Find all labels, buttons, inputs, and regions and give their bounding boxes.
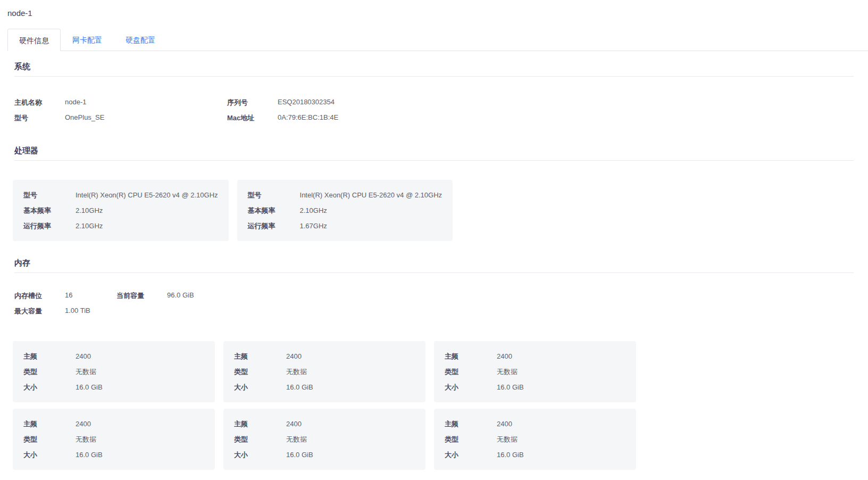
mem-type-row: 类型无数据 <box>23 432 204 447</box>
field-value: 无数据 <box>76 432 96 447</box>
mem-freq-row: 主频2400 <box>23 349 204 364</box>
hardware-info-panel: 系统 主机名称node-1 序列号ESQ20180302354 型号OnePlu… <box>0 61 868 480</box>
field-label: 型号 <box>248 187 300 203</box>
mem-size-row: 大小16.0 GiB <box>234 447 415 462</box>
processor-cards: 型号Intel(R) Xeon(R) CPU E5-2620 v4 @ 2.10… <box>13 180 636 241</box>
memory-card: 主频2400 类型无数据 大小16.0 GiB <box>13 341 215 402</box>
section-title-system: 系统 <box>14 61 854 72</box>
field-label: 主频 <box>234 349 286 364</box>
tab-bar: 硬件信息 网卡配置 硬盘配置 <box>7 28 868 51</box>
mem-type-row: 类型无数据 <box>234 432 415 447</box>
section-head-system: 系统 <box>14 61 854 77</box>
field-value: 2400 <box>76 349 91 364</box>
memory-cards: 主频2400 类型无数据 大小16.0 GiB 主频2400 类型无数据 大小1… <box>13 341 636 470</box>
field-label: 主频 <box>445 349 497 364</box>
field-serial-number: 序列号ESQ20180302354 <box>227 98 440 113</box>
page-title: node-1 <box>7 9 868 18</box>
mem-size-row: 大小16.0 GiB <box>234 379 415 395</box>
field-label: Mac地址 <box>227 113 278 123</box>
field-label: 型号 <box>23 187 76 203</box>
field-value: 16.0 GiB <box>497 447 524 462</box>
mem-type-row: 类型无数据 <box>445 364 625 379</box>
field-label: 大小 <box>234 447 286 462</box>
mem-type-row: 类型无数据 <box>23 364 204 379</box>
cpu-base-freq-row: 基本频率2.10GHz <box>248 203 443 218</box>
field-label: 基本频率 <box>23 203 76 218</box>
mem-freq-row: 主频2400 <box>234 416 415 432</box>
cpu-base-freq-row: 基本频率2.10GHz <box>23 203 218 218</box>
field-value: 无数据 <box>497 432 518 447</box>
field-value: 16 <box>65 291 116 299</box>
field-label: 主频 <box>445 416 497 432</box>
field-label: 主频 <box>23 416 76 432</box>
field-label: 大小 <box>234 379 286 395</box>
field-label: 最大容量 <box>14 307 65 316</box>
field-label: 运行频率 <box>23 218 76 234</box>
memory-summary: 内存槽位16 当前容量96.0 GiB 最大容量1.00 TiB <box>14 291 222 322</box>
cpu-card: 型号Intel(R) Xeon(R) CPU E5-2620 v4 @ 2.10… <box>13 180 229 241</box>
field-label: 运行频率 <box>248 218 300 234</box>
field-label: 类型 <box>23 364 76 379</box>
system-fields: 主机名称node-1 序列号ESQ20180302354 型号OnePlus_S… <box>14 98 854 129</box>
memory-card: 主频2400 类型无数据 大小16.0 GiB <box>223 409 425 470</box>
tab-hardware-info[interactable]: 硬件信息 <box>7 29 61 51</box>
field-value: ESQ20180302354 <box>278 98 437 106</box>
field-label: 类型 <box>445 432 497 447</box>
field-label: 类型 <box>234 432 286 447</box>
mem-freq-row: 主频2400 <box>445 349 625 364</box>
field-value: 96.0 GiB <box>167 291 218 299</box>
section-head-memory: 内存 <box>14 257 854 273</box>
field-value: 2.10GHz <box>76 218 103 234</box>
field-label: 序列号 <box>227 98 278 107</box>
field-label: 主频 <box>234 416 286 432</box>
memory-card: 主频2400 类型无数据 大小16.0 GiB <box>223 341 425 402</box>
field-label: 当前容量 <box>116 291 167 301</box>
field-label: 内存槽位 <box>14 291 65 301</box>
field-label: 型号 <box>14 113 65 123</box>
field-label: 大小 <box>23 447 76 462</box>
cpu-run-freq-row: 运行频率1.67GHz <box>248 218 443 234</box>
field-current-capacity: 当前容量96.0 GiB <box>116 291 219 307</box>
cpu-card: 型号Intel(R) Xeon(R) CPU E5-2620 v4 @ 2.10… <box>237 180 453 241</box>
field-value: 2400 <box>286 416 302 432</box>
cpu-run-freq-row: 运行频率2.10GHz <box>23 218 218 234</box>
field-memory-slots: 内存槽位16 <box>14 291 116 307</box>
field-label: 主机名称 <box>14 98 65 107</box>
field-value: 无数据 <box>286 432 307 447</box>
field-value: 16.0 GiB <box>286 379 313 395</box>
mem-freq-row: 主频2400 <box>234 349 415 364</box>
mem-size-row: 大小16.0 GiB <box>23 447 204 462</box>
field-value: 16.0 GiB <box>497 379 524 395</box>
field-value: node-1 <box>65 98 224 106</box>
field-value: 无数据 <box>76 364 96 379</box>
field-value: 2400 <box>286 349 302 364</box>
mem-type-row: 类型无数据 <box>234 364 415 379</box>
field-value: 1.67GHz <box>300 218 327 234</box>
tab-disk-config[interactable]: 硬盘配置 <box>114 28 167 51</box>
field-label: 类型 <box>445 364 497 379</box>
field-value: Intel(R) Xeon(R) CPU E5-2620 v4 @ 2.10GH… <box>300 187 443 203</box>
field-value: 无数据 <box>286 364 307 379</box>
memory-card: 主频2400 类型无数据 大小16.0 GiB <box>434 409 636 470</box>
field-value: 16.0 GiB <box>76 447 103 462</box>
field-value: 1.00 TiB <box>65 307 116 315</box>
field-value: 无数据 <box>497 364 518 379</box>
tab-network-config[interactable]: 网卡配置 <box>61 28 114 51</box>
field-label: 主频 <box>23 349 76 364</box>
field-value: OnePlus_SE <box>65 113 224 121</box>
section-title-processor: 处理器 <box>14 145 854 156</box>
memory-card: 主频2400 类型无数据 大小16.0 GiB <box>434 341 636 402</box>
field-value: 2400 <box>497 416 512 432</box>
mem-size-row: 大小16.0 GiB <box>23 379 204 395</box>
field-label: 大小 <box>23 379 76 395</box>
field-value: Intel(R) Xeon(R) CPU E5-2620 v4 @ 2.10GH… <box>76 187 218 203</box>
section-head-processor: 处理器 <box>14 145 854 161</box>
field-value: 16.0 GiB <box>286 447 313 462</box>
field-value: 0A:79:6E:BC:1B:4E <box>278 113 437 121</box>
mem-size-row: 大小16.0 GiB <box>445 447 625 462</box>
field-label: 大小 <box>445 379 497 395</box>
field-value: 16.0 GiB <box>76 379 103 395</box>
field-value: 2.10GHz <box>300 203 327 218</box>
cpu-model-row: 型号Intel(R) Xeon(R) CPU E5-2620 v4 @ 2.10… <box>23 187 218 203</box>
field-model: 型号OnePlus_SE <box>14 113 227 129</box>
